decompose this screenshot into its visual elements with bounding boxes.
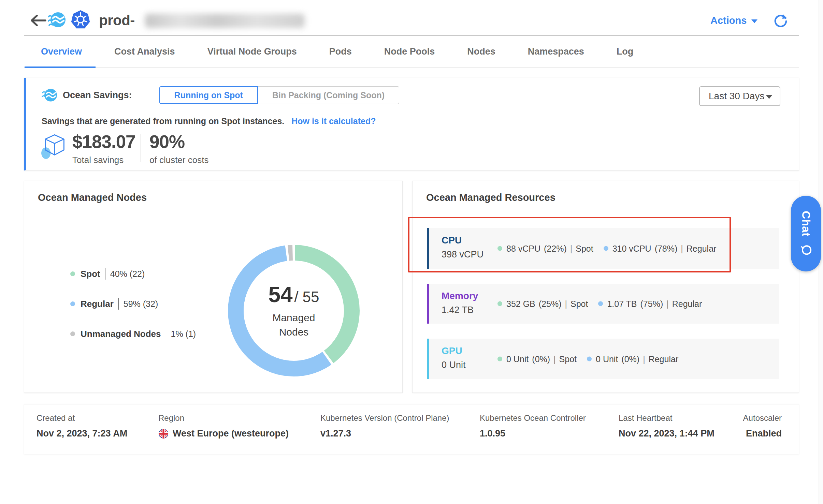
legend-value: 59% (32) [124,299,158,309]
savings-cube-icon [41,131,68,162]
info-value: Nov 2, 2023, 7:23 AM [37,428,127,439]
info-label: Last Heartbeat [619,413,714,423]
chat-button[interactable]: Chat [791,196,821,271]
tab-pods[interactable]: Pods [329,46,352,57]
spot-dot [497,246,502,251]
info-label: Region [158,413,289,423]
legend-dot [70,331,75,336]
tab-overview[interactable]: Overview [41,46,82,57]
managed-resources-title: Ocean Managed Resources [426,192,555,203]
toggle-running-on-spot[interactable]: Running on Spot [159,86,258,104]
info-created-at: Created atNov 2, 2023, 7:23 AM [37,413,127,439]
stat-type: Spot [576,243,593,253]
stat-percent: (78%) [655,243,678,253]
resource-total: 1.42 TB [442,305,474,315]
cluster-title-redacted [145,14,305,28]
stat-pipe: | [681,243,683,253]
legend-item-spot: Spot40% (22) [70,267,196,281]
stat-pipe: | [666,299,669,309]
legend-item-regular: Regular59% (32) [70,297,196,311]
stats-divider [141,134,141,162]
managed-count: 54 [268,282,292,307]
info-label: Autoscaler [743,413,782,423]
legend-item-unmanaged-nodes: Unmanaged Nodes1% (1) [70,327,196,341]
resource-name: Memory [442,291,478,301]
info-value: 1.0.95 [480,428,586,439]
resource-stat-memory-spot: 352 GB(25%)|Spot [497,299,588,309]
legend-separator [118,298,119,310]
legend-label: Spot [81,269,100,279]
tab-virtual-node-groups[interactable]: Virtual Node Groups [207,46,297,57]
nodes-legend: Spot40% (22)Regular59% (32)Unmanaged Nod… [70,267,196,357]
tab-namespaces[interactable]: Namespaces [528,46,584,57]
stat-type: Regular [649,354,679,364]
total-savings-stat: $183.07 Total savings [72,131,135,165]
tab-log[interactable]: Log [617,46,633,57]
stat-type: Spot [559,354,577,364]
info-value: West Europe (westeurope) [158,428,289,439]
stat-percent: (75%) [640,299,663,309]
stat-percent: (25%) [539,299,562,309]
legend-value: 1% (1) [171,329,196,339]
tabs: OverviewCost AnalysisVirtual Node Groups… [24,35,799,68]
stat-pipe: | [553,354,556,364]
refresh-button[interactable] [773,13,788,29]
legend-dot [70,271,75,276]
info-kubernetes-ocean-controller: Kubernetes Ocean Controller1.0.95 [480,413,586,439]
kubernetes-logo-icon [70,10,91,31]
period-select-value: Last 30 Days [709,91,764,102]
legend-separator [105,268,105,280]
period-select[interactable]: Last 30 Days [699,86,780,106]
chat-bubble-icon [799,243,812,256]
chevron-down-icon [751,19,757,23]
stat-pipe: | [643,354,645,364]
info-last-heartbeat: Last HeartbeatNov 22, 2023, 1:44 PM [619,413,714,439]
info-label: Kubernetes Version (Control Plane) [320,413,449,423]
tab-nodes[interactable]: Nodes [467,46,495,57]
chat-label: Chat [799,211,812,236]
resource-stats: 352 GB(25%)|Spot1.07 TB(75%)|Regular [497,299,702,309]
toggle-bin-packing-coming-soon[interactable]: Bin Packing (Coming Soon) [258,86,399,104]
header: prod- Actions [0,0,823,35]
chevron-down-icon [766,95,772,99]
refresh-icon [773,13,788,28]
ocean-cluster-overview-page: prod- Actions OverviewCost AnalysisVirtu… [0,0,823,504]
ocean-savings-card: Ocean Savings: Running on SpotBin Packin… [24,78,799,171]
stat-amount: 310 vCPU [612,243,651,253]
actions-menu-button[interactable]: Actions [710,15,757,26]
info-value: Enabled [743,428,782,439]
info-region: RegionWest Europe (westeurope) [158,413,289,439]
total-savings-label: Total savings [72,155,135,165]
resource-stat-gpu-regular: 0 Unit(0%)|Regular [587,354,678,364]
back-button[interactable] [29,14,47,27]
actions-label: Actions [710,15,747,26]
resource-stat-cpu-regular: 310 vCPU(78%)|Regular [604,243,717,253]
ocean-savings-label: Ocean Savings: [63,90,132,101]
managed-resources-card: Ocean Managed Resources CPU398 vCPU88 vC… [412,181,799,393]
tab-node-pools[interactable]: Node Pools [384,46,435,57]
stat-percent: (0%) [532,354,550,364]
resource-row-gpu: GPU0 Unit0 Unit(0%)|Spot0 Unit(0%)|Regul… [427,339,779,379]
resource-stats: 88 vCPU(22%)|Spot310 vCPU(78%)|Regular [497,243,716,253]
ocean-logo-icon [48,12,66,29]
resource-rows: CPU398 vCPU88 vCPU(22%)|Spot310 vCPU(78%… [427,228,779,394]
donut-center: 54 / 55 Managed Nodes [219,236,369,386]
info-label: Created at [37,413,127,423]
stat-type: Regular [687,243,717,253]
stat-percent: (22%) [544,243,567,253]
resource-stat-cpu-spot: 88 vCPU(22%)|Spot [497,243,593,253]
tab-cost-analysis[interactable]: Cost Analysis [114,46,175,57]
how-calculated-link[interactable]: How is it calculated? [291,116,376,126]
resource-name: CPU [442,235,462,246]
savings-description: Savings that are generated from running … [42,116,376,126]
resource-total: 0 Unit [442,360,466,370]
donut-center-label: Managed Nodes [272,311,315,339]
managed-nodes-title: Ocean Managed Nodes [38,192,147,203]
total-savings-value: $183.07 [72,131,135,152]
stat-amount: 0 Unit [506,354,529,364]
back-arrow-icon [29,14,47,27]
info-value: Nov 22, 2023, 1:44 PM [619,428,714,439]
stat-amount: 1.07 TB [607,299,637,309]
cluster-pct-value: 90% [149,131,208,152]
stat-type: Spot [571,299,588,309]
